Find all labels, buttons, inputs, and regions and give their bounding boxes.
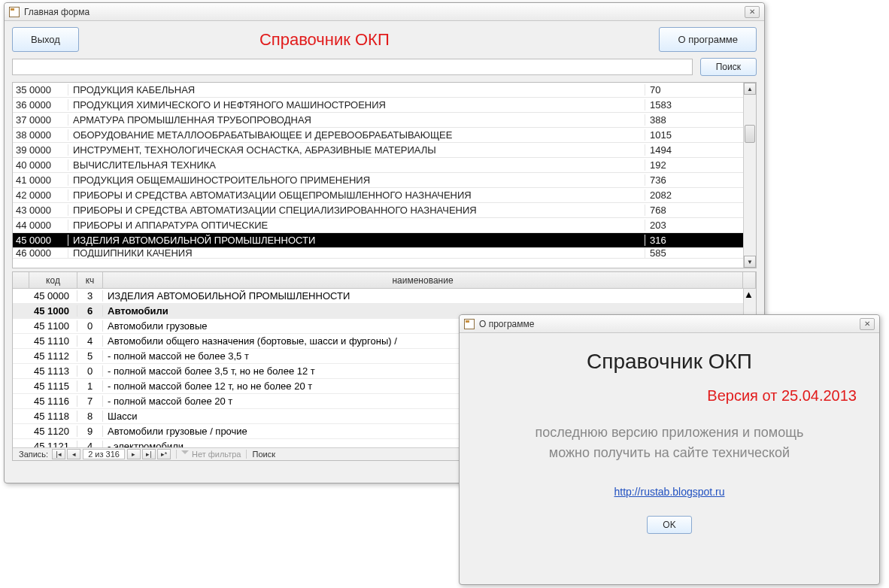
header-selector[interactable]	[13, 272, 29, 288]
cell-kch: 5	[77, 350, 103, 362]
list-row[interactable]: 38 0000ОБОРУДОВАНИЕ МЕТАЛЛООБРАБАТЫВАЮЩЕ…	[13, 128, 743, 143]
scroll-thumb[interactable]	[745, 125, 755, 143]
list-row[interactable]: 39 0000ИНСТРУМЕНТ, ТЕХНОЛОГИЧЕСКАЯ ОСНАС…	[13, 143, 743, 158]
cell-code: 45 1120	[29, 426, 77, 437]
record-label: Запись:	[16, 450, 51, 459]
cell-code: 45 0000	[13, 235, 68, 246]
nav-prev-icon[interactable]: ◂	[67, 449, 80, 459]
cell-kch: 7	[77, 396, 103, 407]
nav-last-icon[interactable]: ▸|	[142, 449, 156, 459]
about-button[interactable]: О программе	[659, 27, 757, 52]
cell-code: 40 0000	[13, 159, 68, 171]
list-row[interactable]: 42 0000ПРИБОРЫ И СРЕДСТВА АВТОМАТИЗАЦИИ …	[13, 188, 743, 203]
close-icon[interactable]: ✕	[860, 318, 875, 330]
cell-name: ИНСТРУМЕНТ, ТЕХНОЛОГИЧЕСКАЯ ОСНАСТКА, АБ…	[68, 144, 645, 156]
cell-code: 35 0000	[13, 84, 68, 95]
exit-button[interactable]: Выход	[12, 27, 79, 52]
list-row[interactable]: 44 0000ПРИБОРЫ И АППАРАТУРА ОПТИЧЕСКИЕ20…	[13, 218, 743, 233]
about-dialog: О программе ✕ Справочник ОКП Версия от 2…	[459, 314, 880, 585]
cell-code: 45 1115	[29, 380, 77, 392]
cell-name: ПРОДУКЦИЯ ХИМИЧЕСКОГО И НЕФТЯНОГО МАШИНО…	[68, 99, 645, 111]
cell-code: 42 0000	[13, 189, 68, 201]
cell-name: ВЫЧИСЛИТЕЛЬНАЯ ТЕХНИКА	[68, 159, 645, 171]
list-row[interactable]: 43 0000ПРИБОРЫ И СРЕДСТВА АВТОМАТИЗАЦИИ …	[13, 203, 743, 218]
cell-kch: 1	[77, 380, 103, 392]
form-icon	[9, 7, 20, 17]
list-row[interactable]: 45 0000ИЗДЕЛИЯ АВТОМОБИЛЬНОЙ ПРОМЫШЛЕННО…	[13, 233, 743, 248]
cell-code: 45 1000	[29, 305, 77, 317]
cell-name: ПОДШИПНИКИ КАЧЕНИЯ	[68, 248, 645, 259]
cell-code: 36 0000	[13, 99, 68, 111]
cell-kch: 4	[77, 441, 103, 447]
list-row[interactable]: 36 0000ПРОДУКЦИЯ ХИМИЧЕСКОГО И НЕФТЯНОГО…	[13, 98, 743, 113]
cell-count: 316	[645, 235, 743, 246]
ok-button[interactable]: OK	[647, 516, 691, 534]
main-list-vscroll[interactable]: ▲ ▼	[743, 83, 756, 268]
no-filter-label[interactable]: Нет фильтра	[176, 450, 247, 459]
list-row[interactable]: 40 0000ВЫЧИСЛИТЕЛЬНАЯ ТЕХНИКА192	[13, 158, 743, 173]
cell-name: ИЗДЕЛИЯ АВТОМОБИЛЬНОЙ ПРОМЫШЛЕННОСТИ	[68, 235, 645, 246]
cell-count: 2082	[645, 189, 743, 201]
cell-code: 38 0000	[13, 129, 68, 141]
cell-kch: 6	[77, 305, 103, 317]
cell-count: 70	[645, 84, 743, 95]
about-version: Версия от 25.04.2013	[475, 387, 857, 405]
list-row[interactable]: 41 0000ПРОДУКЦИЯ ОБЩЕМАШИНОСТРОИТЕЛЬНОГО…	[13, 173, 743, 188]
filter-icon	[181, 450, 189, 458]
header-code[interactable]: код	[29, 272, 77, 288]
nav-search-box[interactable]: Поиск	[247, 450, 281, 459]
list-row[interactable]: 37 0000АРМАТУРА ПРОМЫШЛЕННАЯ ТРУБОПРОВОД…	[13, 113, 743, 128]
cell-kch: 8	[77, 411, 103, 422]
about-link[interactable]: http://rustab.blogspot.ru	[614, 486, 724, 498]
cell-count: 1015	[645, 129, 743, 141]
nav-next-icon[interactable]: ▸	[127, 449, 141, 459]
cell-code: 44 0000	[13, 220, 68, 231]
about-titlebar: О программе ✕	[460, 315, 879, 333]
detail-grid-header: код кч наименование	[13, 272, 756, 289]
cell-code: 45 1118	[29, 411, 77, 422]
scroll-up-icon[interactable]: ▲	[744, 289, 756, 300]
cell-name: ПРИБОРЫ И АППАРАТУРА ОПТИЧЕСКИЕ	[68, 220, 645, 231]
cell-count: 768	[645, 205, 743, 216]
main-list: 35 0000ПРОДУКЦИЯ КАБЕЛЬНАЯ7036 0000ПРОДУ…	[12, 82, 757, 268]
cell-kch: 0	[77, 365, 103, 377]
main-title: Главная форма	[24, 7, 90, 17]
cell-code: 37 0000	[13, 114, 68, 126]
header-scroll-spacer	[743, 272, 756, 288]
scroll-down-icon[interactable]: ▼	[744, 256, 756, 268]
search-button[interactable]: Поиск	[700, 58, 757, 76]
cell-count: 192	[645, 159, 743, 171]
cell-code: 39 0000	[13, 144, 68, 156]
cell-name: ПРИБОРЫ И СРЕДСТВА АВТОМАТИЗАЦИИ ОБЩЕПРО…	[68, 189, 645, 201]
cell-kch: 4	[77, 335, 103, 347]
cell-name: АРМАТУРА ПРОМЫШЛЕННАЯ ТРУБОПРОВОДНАЯ	[68, 114, 645, 126]
cell-count: 1583	[645, 99, 743, 111]
nav-first-icon[interactable]: |◂	[52, 449, 65, 459]
nav-new-icon[interactable]: ▸*	[157, 449, 171, 459]
about-heading: Справочник ОКП	[475, 350, 864, 374]
cell-code: 45 0000	[29, 290, 77, 302]
cell-code: 45 1112	[29, 350, 77, 362]
cell-code: 45 1110	[29, 335, 77, 347]
cell-code: 45 1100	[29, 320, 77, 332]
cell-code: 45 1121	[29, 441, 77, 447]
list-row[interactable]: 35 0000ПРОДУКЦИЯ КАБЕЛЬНАЯ70	[13, 83, 743, 98]
table-row[interactable]: 45 00003ИЗДЕЛИЯ АВТОМОБИЛЬНОЙ ПРОМЫШЛЕНН…	[13, 289, 743, 304]
cell-code: 45 1116	[29, 396, 77, 407]
page-title: Справочник ОКП	[259, 30, 390, 50]
cell-name: ПРИБОРЫ И СРЕДСТВА АВТОМАТИЗАЦИИ СПЕЦИАЛ…	[68, 205, 645, 216]
header-kch[interactable]: кч	[77, 272, 103, 288]
cell-name: ПРОДУКЦИЯ ОБЩЕМАШИНОСТРОИТЕЛЬНОГО ПРИМЕН…	[68, 174, 645, 186]
cell-count: 736	[645, 174, 743, 186]
record-position[interactable]: 2 из 316	[83, 449, 125, 459]
list-row[interactable]: 46 0000ПОДШИПНИКИ КАЧЕНИЯ585	[13, 248, 743, 259]
close-icon[interactable]: ✕	[745, 6, 760, 18]
cell-code: 41 0000	[13, 174, 68, 186]
about-description: последнюю версию приложения и помощь мож…	[475, 423, 864, 463]
cell-count: 585	[645, 248, 743, 259]
header-name[interactable]: наименование	[103, 272, 743, 288]
search-input[interactable]	[12, 59, 693, 75]
cell-code: 46 0000	[13, 248, 68, 259]
cell-kch: 9	[77, 426, 103, 437]
scroll-up-icon[interactable]: ▲	[744, 83, 756, 95]
